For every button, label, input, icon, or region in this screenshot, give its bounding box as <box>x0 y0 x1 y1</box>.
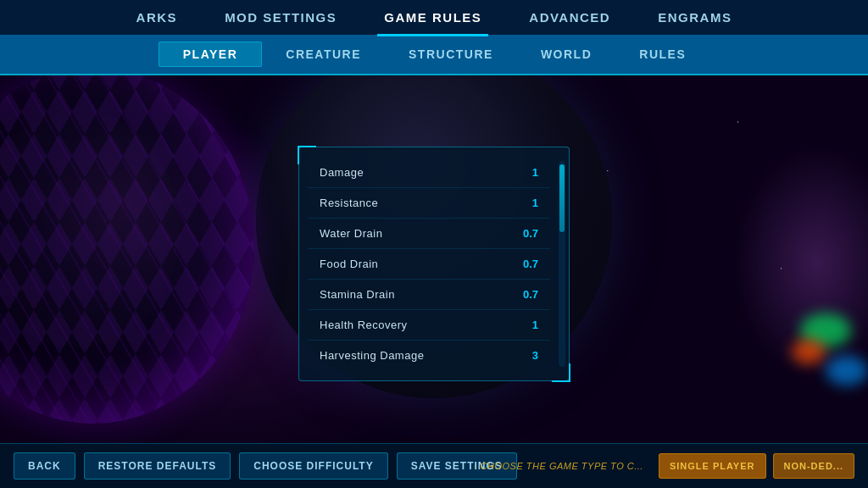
settings-inner: Damage 1 Resistance 1 Water Drain 0.7 Fo… <box>299 147 569 380</box>
tab-engrams[interactable]: ENGRAMS <box>651 7 738 28</box>
choose-difficulty-button[interactable]: CHOOSE DIFFICULTY <box>239 452 387 480</box>
tab-arks[interactable]: ARKS <box>130 7 185 28</box>
hint-text: - CHOOSE THE GAME TYPE TO C... <box>474 461 643 471</box>
single-player-button[interactable]: SINGLE PLAYER <box>659 453 766 479</box>
table-row[interactable]: Health Recovery 1 <box>308 310 550 341</box>
table-row[interactable]: Food Drain 0.7 <box>308 249 550 280</box>
setting-value-5: 1 <box>513 319 538 331</box>
scrollbar-track[interactable] <box>559 161 565 367</box>
settings-scroll: Damage 1 Resistance 1 Water Drain 0.7 Fo… <box>299 158 569 370</box>
top-navigation: ARKS MOD SETTINGS GAME RULES ADVANCED EN… <box>0 0 868 75</box>
non-dedicated-button[interactable]: NON-DED... <box>773 453 855 479</box>
subtab-structure[interactable]: STRUCTURE <box>385 42 517 66</box>
settings-list: Damage 1 Resistance 1 Water Drain 0.7 Fo… <box>299 158 559 370</box>
table-row[interactable]: Water Drain 0.7 <box>308 219 550 249</box>
subtab-creature[interactable]: CREATURE <box>262 42 385 66</box>
setting-value-3: 0.7 <box>513 258 538 270</box>
setting-label-3: Food Drain <box>320 258 378 270</box>
app-container: ARKS MOD SETTINGS GAME RULES ADVANCED EN… <box>0 0 868 488</box>
bottom-bar: BACK RESTORE DEFAULTS CHOOSE DIFFICULTY … <box>0 443 868 488</box>
setting-label-4: Stamina Drain <box>320 288 395 301</box>
tab-advanced[interactable]: ADVANCED <box>522 7 617 28</box>
subtab-player[interactable]: PLAYER <box>159 42 263 67</box>
subtab-rules[interactable]: RULES <box>615 42 709 66</box>
table-row[interactable]: Stamina Drain 0.7 <box>308 280 550 310</box>
setting-value-4: 0.7 <box>513 288 538 301</box>
sub-tab-bar: PLAYER CREATURE STRUCTURE WORLD RULES <box>0 35 868 74</box>
tab-game-rules[interactable]: GAME RULES <box>377 7 488 28</box>
scrollbar-thumb <box>559 164 565 232</box>
setting-label-1: Resistance <box>320 197 378 209</box>
back-button[interactable]: BACK <box>14 452 75 480</box>
settings-panel: Damage 1 Resistance 1 Water Drain 0.7 Fo… <box>298 147 570 381</box>
main-tab-bar: ARKS MOD SETTINGS GAME RULES ADVANCED EN… <box>0 7 868 35</box>
setting-label-6: Harvesting Damage <box>320 349 424 362</box>
setting-label-0: Damage <box>320 166 364 179</box>
setting-value-2: 0.7 <box>513 227 538 240</box>
subtab-world[interactable]: WORLD <box>517 42 615 66</box>
main-content: Damage 1 Resistance 1 Water Drain 0.7 Fo… <box>0 75 868 443</box>
setting-label-5: Health Recovery <box>320 319 408 331</box>
setting-value-6: 3 <box>513 349 538 362</box>
setting-value-1: 1 <box>513 197 538 209</box>
bottom-right-group: - CHOOSE THE GAME TYPE TO C... SINGLE PL… <box>474 453 854 479</box>
setting-label-2: Water Drain <box>320 227 382 240</box>
tab-mod-settings[interactable]: MOD SETTINGS <box>218 7 343 28</box>
restore-defaults-button[interactable]: RESTORE DEFAULTS <box>84 452 231 480</box>
table-row[interactable]: Damage 1 <box>308 158 550 188</box>
table-row[interactable]: Resistance 1 <box>308 188 550 219</box>
table-row[interactable]: Harvesting Damage 3 <box>308 341 550 370</box>
setting-value-0: 1 <box>513 166 538 179</box>
